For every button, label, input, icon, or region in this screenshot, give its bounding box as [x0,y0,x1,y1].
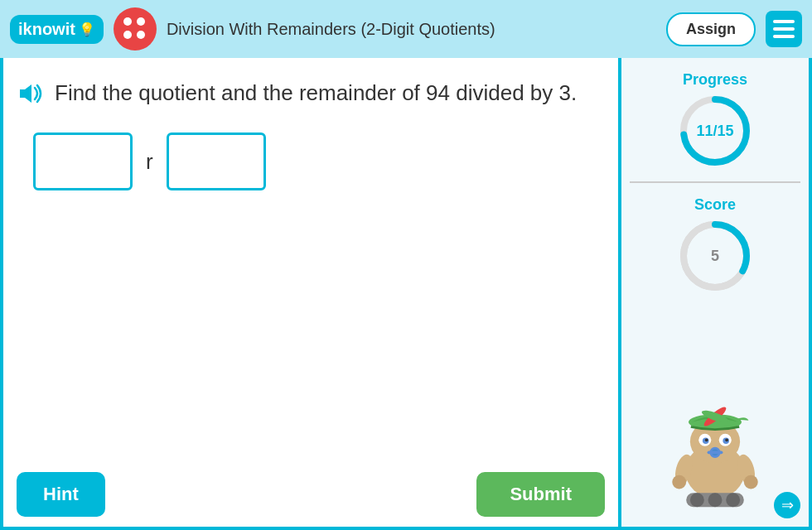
hamburger-line [773,27,795,31]
lesson-title: Division With Remainders (2-Digit Quotie… [167,20,656,39]
main-content: Find the quotient and the remainder of 9… [0,58,812,530]
arrow-icon: ⇒ [781,496,794,514]
logo-text: iknowit [18,20,75,39]
svg-rect-16 [708,450,723,454]
question-panel: Find the quotient and the remainder of 9… [0,58,621,530]
progress-label: Progress [683,71,747,89]
assign-button[interactable]: Assign [666,12,756,46]
dot [123,17,132,26]
bulb-icon: 💡 [79,22,95,37]
dice-dots [123,17,147,41]
dot [137,17,145,26]
progress-value: 11/15 [696,123,733,140]
menu-button[interactable] [766,11,802,47]
hamburger-line [773,20,795,23]
dot [137,31,145,39]
robot-area [653,306,777,513]
quotient-input[interactable] [33,132,133,190]
progress-circle: 11/15 [678,94,752,168]
svg-point-13 [725,438,728,441]
robot-character [653,378,777,510]
logo: iknowit 💡 [10,15,104,44]
svg-point-12 [705,438,708,441]
header: iknowit 💡 Division With Remainders (2-Di… [0,0,812,58]
svg-point-24 [744,475,758,489]
dice-icon [114,7,157,51]
next-arrow[interactable]: ⇒ [774,492,800,518]
svg-point-27 [708,493,723,507]
score-value: 5 [711,248,719,265]
divider [630,181,800,183]
question-area: Find the quotient and the remainder of 9… [3,58,618,462]
progress-section: Progress 11/15 [678,71,752,168]
bottom-bar: Hint Submit [3,462,618,527]
hint-button[interactable]: Hint [17,472,105,517]
remainder-input[interactable] [167,132,266,190]
sidebar: Progress 11/15 Score 5 [621,58,812,530]
score-section: Score 5 [678,196,752,293]
submit-button[interactable]: Submit [476,472,605,517]
dot [123,31,132,39]
svg-point-26 [690,493,704,507]
question-text: Find the quotient and the remainder of 9… [55,78,577,108]
score-label: Score [694,196,736,214]
remainder-label: r [146,149,153,175]
hamburger-line [773,35,795,38]
answer-row: r [33,132,598,190]
score-circle: 5 [678,219,752,293]
question-header: Find the quotient and the remainder of 9… [17,78,598,109]
speaker-icon[interactable] [17,81,45,109]
svg-marker-0 [20,84,31,103]
svg-point-23 [672,475,686,489]
svg-point-28 [726,493,740,507]
